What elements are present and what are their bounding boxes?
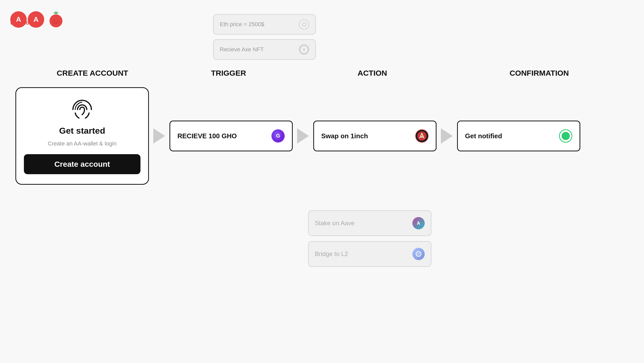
- arrow-1: [149, 128, 169, 144]
- top-cards-container: Eth price = 2500$ ⬡ Recieve Axe NFT ⊛: [213, 14, 316, 60]
- action-card[interactable]: Swap on 1inch: [313, 121, 437, 151]
- flow-row: Get started Create an AA-wallet & login …: [15, 87, 580, 185]
- svg-point-13: [416, 251, 421, 257]
- svg-point-9: [421, 136, 423, 138]
- arrow-triangle-1: [153, 128, 165, 144]
- nft-icon: ⊛: [299, 44, 309, 55]
- trigger-card[interactable]: RECIEVE 100 GHO G: [169, 121, 293, 151]
- create-account-button[interactable]: Create account: [24, 154, 140, 174]
- notify-icon: [559, 129, 572, 143]
- top-card-nft[interactable]: Recieve Axe NFT ⊛: [213, 39, 316, 60]
- get-started-title: Get started: [59, 126, 105, 136]
- confirm-card-label: Get notified: [465, 132, 502, 140]
- eth-icon: ⬡: [299, 19, 309, 30]
- bridge-l2-card[interactable]: Bridge to L2: [308, 241, 431, 267]
- arrow-3: [437, 128, 457, 144]
- svg-text:A: A: [417, 221, 420, 226]
- header-confirmation: CONFIRMATION: [483, 69, 596, 77]
- confirm-card[interactable]: Get notified: [457, 121, 580, 151]
- fingerprint-icon: [71, 98, 94, 121]
- action-card-label: Swap on 1inch: [321, 132, 368, 140]
- top-card-nft-label: Recieve Axe NFT: [220, 46, 264, 53]
- stake-aave-label: Stake on Aave: [315, 220, 355, 227]
- arrow-2: [293, 128, 313, 144]
- svg-point-8: [417, 131, 427, 141]
- svg-text:G: G: [276, 133, 280, 139]
- header-create: CREATE ACCOUNT: [26, 69, 159, 77]
- top-card-eth[interactable]: Eth price = 2500$ ⬡: [213, 14, 316, 35]
- bridge-l2-label: Bridge to L2: [315, 250, 348, 258]
- oneinch-icon: [415, 129, 429, 143]
- grey-cards-container: Stake on Aave A Bridge to L2: [308, 210, 431, 267]
- arrow-triangle-2: [297, 128, 309, 144]
- header-action: ACTION: [313, 69, 431, 77]
- header-trigger: TRIGGER: [175, 69, 282, 77]
- arrow-triangle-3: [441, 128, 453, 144]
- bridge-icon: [412, 248, 425, 260]
- trigger-card-label: RECIEVE 100 GHO: [177, 132, 237, 140]
- stake-aave-card[interactable]: Stake on Aave A: [308, 210, 431, 236]
- tomato-icon: [47, 10, 65, 29]
- svg-text:⊛: ⊛: [302, 47, 306, 52]
- get-started-subtitle: Create an AA-wallet & login: [48, 140, 117, 147]
- svg-point-0: [50, 14, 62, 27]
- gho-icon: G: [271, 129, 285, 143]
- create-account-card: Get started Create an AA-wallet & login …: [15, 87, 149, 185]
- top-card-eth-label: Eth price = 2500$: [220, 21, 264, 28]
- logo-letter-a2: A: [28, 11, 44, 28]
- column-headers: CREATE ACCOUNT TRIGGER ACTION CONFIRMATI…: [0, 69, 644, 77]
- logo-name: tomato: [10, 19, 29, 26]
- aave-icon: A: [412, 217, 425, 229]
